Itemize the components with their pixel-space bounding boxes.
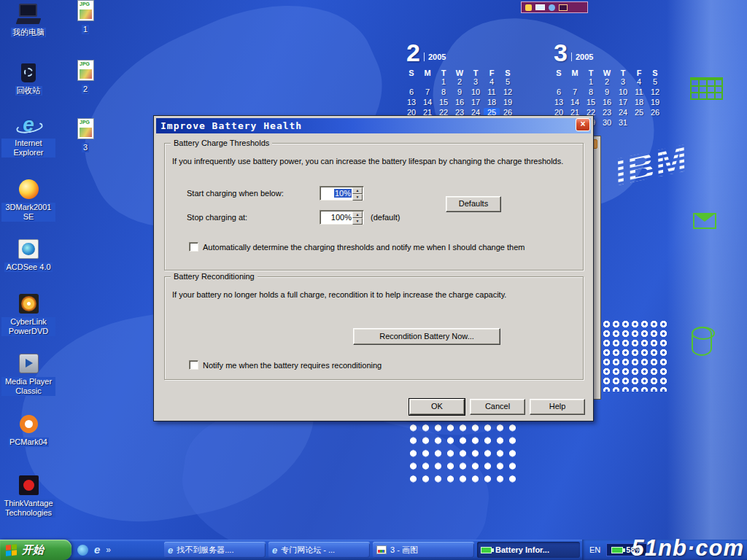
task-button-label: 3 - 画图 (390, 545, 418, 556)
calendar-day: 1 (436, 77, 452, 88)
quick-launch-ie-icon[interactable]: e (94, 544, 100, 556)
desktop-icon-label: 3DMark2001 SE (1, 203, 55, 222)
start-charging-value[interactable]: 10% (334, 189, 352, 198)
spin-down-icon[interactable]: ▼ (352, 194, 363, 201)
wallpaper-dot-grid (407, 421, 519, 485)
desktop-icon-recycle-bin[interactable]: 回收站 (0, 61, 57, 96)
calendar-day: 11 (484, 88, 500, 98)
display-icon (559, 4, 568, 11)
calendar-day: 9 (452, 88, 468, 98)
desktop-icon-media-player-classic[interactable]: Media Player Classic (0, 352, 57, 396)
desktop-icon-acdsee[interactable]: ACDSee 4.0 (0, 238, 57, 272)
desktop-icon-label: 我的电脑 (11, 28, 46, 37)
desktop-icon-label: 1 (82, 25, 89, 34)
start-button[interactable]: 开始 (0, 540, 71, 560)
stop-charging-spinner[interactable]: 100% ▲ ▼ (320, 210, 364, 225)
auto-determine-checkbox[interactable] (189, 242, 198, 252)
windows-flag-icon (6, 544, 18, 556)
calendar-day: 12 (500, 88, 516, 98)
chevron-icon[interactable]: » (106, 544, 111, 556)
jpg-file-icon: JPG (72, 118, 98, 141)
calendar-day (647, 118, 663, 128)
calendar-day: 18 (484, 98, 500, 108)
spin-up-icon[interactable]: ▲ (352, 211, 363, 218)
calendar-day: 4 (484, 77, 500, 88)
calendar-day: 10 (468, 88, 484, 98)
calendar-day: 19 (647, 98, 663, 108)
improve-battery-health-dialog: Improve Battery Health × Battery Charge … (153, 115, 594, 421)
calendar-day: 24 (615, 108, 631, 118)
calendar-day: 2 (452, 77, 468, 88)
calendar-day: 17 (468, 98, 484, 108)
paint-icon (376, 545, 387, 554)
stop-charging-value[interactable]: 100% (322, 212, 352, 222)
calendar-day-headers: SMTWTFS (551, 69, 670, 77)
task-button-label: 找不到服务器.... (177, 545, 233, 556)
start-charging-label: Start charging when below: (187, 189, 284, 198)
calendar-day: 18 (631, 98, 647, 108)
calendar-day-header: M (567, 69, 583, 77)
calendar-day: 23 (599, 108, 615, 118)
task-button-paint[interactable]: 3 - 画图 (373, 542, 474, 558)
media-player-classic-icon (15, 352, 42, 376)
desktop-icon-3dmark2001[interactable]: 3DMark2001 SE (0, 178, 57, 222)
calendar-day: 26 (647, 108, 663, 118)
quick-launch-media-icon[interactable] (77, 545, 88, 556)
calendar-day-header: S (647, 69, 663, 77)
desktop-icon-my-computer[interactable]: 我的电脑 (0, 3, 57, 37)
stop-charging-label: Stop charging at: (187, 213, 247, 222)
desktop-icon-jpg-3[interactable]: JPG 3 (57, 118, 114, 152)
notify-reconditioning-checkbox[interactable] (189, 360, 198, 370)
desktop-icon-label: ACDSee 4.0 (4, 262, 52, 272)
calendar-day-header: S (500, 69, 516, 77)
spin-up-icon[interactable]: ▲ (352, 187, 363, 194)
power-scheme-icon (525, 4, 532, 11)
close-icon[interactable]: × (576, 118, 590, 131)
calendar-day: 16 (599, 98, 615, 108)
defaults-button[interactable]: Defaults (446, 196, 501, 212)
dialog-titlebar[interactable]: Improve Battery Health (156, 118, 591, 133)
calendar-day: 9 (599, 88, 615, 98)
desktop-icon-jpg-2[interactable]: JPG 2 (57, 60, 114, 94)
calendar-day-header: T (436, 69, 452, 77)
calendar-day: 19 (500, 98, 516, 108)
desktop: IBM 2 2005 SMTWTFS 123456789101112131415… (0, 0, 747, 560)
calendar-year: 2005 (424, 52, 446, 61)
3dmark-icon (15, 178, 42, 201)
desktop-icon-pcmark04[interactable]: PCMark04 (0, 413, 57, 447)
help-button[interactable]: Help (530, 399, 585, 415)
language-indicator[interactable]: EN (589, 545, 600, 554)
calendar-day: 16 (452, 98, 468, 108)
battery-icon (611, 547, 623, 553)
recondition-battery-button[interactable]: Recondition Battery Now... (353, 328, 500, 345)
battery-reconditioning-group: Battery Reconditioning If your battery n… (164, 276, 584, 380)
calendar-day: 5 (647, 77, 663, 88)
battery-icon (481, 547, 492, 553)
desktop-icon-jpg-1[interactable]: JPG 1 (57, 0, 114, 34)
ok-button[interactable]: OK (409, 399, 465, 415)
task-button-battery-information[interactable]: Battery Infor... (477, 542, 580, 558)
desktop-icon-internet-explorer[interactable]: e Internet Explorer (0, 114, 57, 158)
calendar-day: 6 (403, 88, 419, 98)
task-button-server-not-found[interactable]: e 找不到服务器.... (164, 542, 266, 558)
calendar-day: 1 (583, 77, 599, 88)
calendar-day: 8 (436, 88, 452, 98)
calendar-day-header: M (419, 69, 436, 77)
start-charging-spinner[interactable]: 10% ▲ ▼ (320, 186, 364, 201)
auto-determine-label[interactable]: Automatically determine the charging thr… (203, 243, 575, 252)
calendar-day: 14 (419, 98, 436, 108)
desktop-icon-thinkvantage[interactable]: ThinkVantage Technologies (0, 474, 57, 518)
calendar-day: 25 (631, 108, 647, 118)
status-toolbar[interactable] (521, 1, 588, 13)
desktop-icon-powerdvd[interactable]: CyberLink PowerDVD (0, 292, 57, 336)
wireless-icon (549, 4, 555, 11)
calendar-day: 31 (615, 118, 631, 128)
notify-reconditioning-label[interactable]: Notify me when the battery requires reco… (203, 361, 575, 370)
desktop-icon-label: 回收站 (15, 86, 42, 96)
acdsee-icon (15, 238, 42, 261)
desktop-icon-label: CyberLink PowerDVD (1, 317, 55, 336)
spin-down-icon[interactable]: ▼ (352, 218, 363, 225)
task-button-forum[interactable]: e 专门网论坛 - ... (268, 542, 370, 558)
desktop-icon-label: Internet Explorer (1, 139, 55, 158)
cancel-button[interactable]: Cancel (470, 399, 525, 415)
